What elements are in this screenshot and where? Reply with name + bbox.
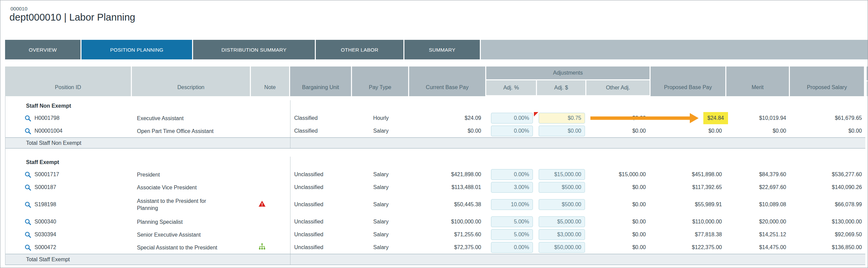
adj-pct-input[interactable] — [491, 229, 533, 240]
pay-type: Salary — [352, 171, 409, 178]
search-icon[interactable] — [24, 231, 31, 238]
adj-dollar-input[interactable] — [539, 229, 585, 240]
position-id: S000472 — [34, 244, 56, 250]
section-total-row: Total Staff Exempt — [5, 254, 865, 265]
merit: $10,089.08 — [727, 202, 790, 208]
bargaining-unit: Unclassified — [290, 184, 352, 190]
adj-dollar-input[interactable] — [539, 182, 585, 193]
adj-dollar-input[interactable] — [539, 169, 585, 180]
adj-dollar-input[interactable] — [539, 242, 585, 253]
other-adj: $0.00 — [587, 219, 651, 225]
position-description: President — [132, 171, 251, 178]
position-id: H0001798 — [34, 115, 60, 121]
table-row: S030394 Senior Executive Assistant Uncla… — [5, 228, 865, 241]
search-icon[interactable] — [24, 184, 31, 191]
proposed-salary: $536,277.60 — [790, 171, 865, 178]
search-icon[interactable] — [24, 218, 31, 225]
tab-other-labor[interactable]: OTHER LABOR — [316, 40, 403, 59]
position-id: S0001717 — [34, 171, 59, 178]
adj-pct-input[interactable] — [491, 182, 533, 193]
note-cell — [251, 125, 290, 137]
proposed-base-pay: $77,818.38 — [651, 232, 727, 238]
proposed-salary: $92,069.50 — [790, 232, 865, 238]
merit: $84,379.60 — [727, 171, 790, 178]
labor-planning-screen: 000010 dept000010 | Labor Planning OVERV… — [0, 0, 868, 268]
section-label: Staff Exempt — [5, 159, 251, 165]
department-code: 000010 — [10, 6, 27, 11]
section-label: Staff Non Exempt — [5, 103, 251, 109]
adj-pct-input[interactable] — [491, 199, 533, 210]
section-total-row: Total Staff Non Exempt — [5, 137, 865, 149]
other-adj: $0.00 — [587, 232, 651, 238]
proposed-salary: $66,078.99 — [790, 202, 865, 208]
adj-dollar-input[interactable] — [539, 216, 585, 227]
adj-pct-input[interactable] — [491, 169, 533, 180]
warning-icon[interactable] — [258, 200, 266, 209]
merit: $14,251.12 — [727, 232, 790, 238]
bargaining-unit: Unclassified — [290, 219, 352, 225]
column-group-header-adjustments: Adjustments — [486, 66, 651, 80]
tab-overview[interactable]: OVERVIEW — [5, 40, 80, 59]
note-cell — [251, 241, 290, 254]
search-icon[interactable] — [24, 244, 31, 251]
org-chart-icon[interactable] — [258, 243, 266, 252]
tab-position-planning[interactable]: POSITION PLANNING — [81, 40, 192, 59]
search-icon[interactable] — [24, 115, 31, 122]
note-cell — [251, 112, 290, 125]
column-header-other-adj: Other Adj. — [586, 80, 651, 95]
proposed-base-pay: $117,392.65 — [651, 184, 727, 190]
column-header-bargaining-unit: Bargaining Unit — [290, 66, 352, 96]
table-row: S0001717 President Unclassified Salary $… — [5, 168, 865, 181]
note-cell — [251, 168, 290, 181]
position-id: S198198 — [34, 202, 56, 208]
other-adj: $0.00 — [587, 128, 651, 134]
adj-dollar-input[interactable] — [539, 113, 585, 124]
adj-dollar-input[interactable] — [539, 199, 585, 210]
column-header-note: Note — [251, 66, 290, 96]
proposed-base-pay: $0.00 — [651, 128, 727, 134]
merit: $10,019.94 — [727, 115, 790, 121]
column-header-pay-type: Pay Type — [352, 66, 409, 96]
column-header-proposed-base-pay: Proposed Base Pay — [651, 66, 726, 96]
search-icon[interactable] — [24, 128, 31, 135]
adj-dollar-input[interactable] — [539, 126, 585, 136]
page-title: dept000010 | Labor Planning — [9, 12, 135, 23]
adj-pct-input[interactable] — [491, 126, 533, 136]
pay-type: Salary — [352, 184, 409, 190]
note-cell — [251, 215, 290, 228]
adj-pct-input[interactable] — [491, 113, 533, 124]
bargaining-unit: Classified — [290, 128, 352, 134]
adjustments-column-group: Adjustments Adj. % Adj. $ Other Adj. — [486, 66, 651, 96]
pay-type: Salary — [352, 202, 409, 208]
table-row: S000187 Associate Vice President Unclass… — [5, 181, 865, 194]
tab-distribution-summary[interactable]: DISTRIBUTION SUMMARY — [193, 40, 315, 59]
search-icon[interactable] — [24, 171, 31, 178]
merit: $0.00 — [727, 128, 790, 134]
other-adj: $0.00 — [587, 244, 651, 250]
position-description: Senior Executive Assistant — [132, 231, 251, 238]
bargaining-unit: Unclassified — [290, 244, 352, 250]
column-header-position-id: Position ID — [5, 66, 132, 96]
current-base-pay: $72,375.00 — [409, 244, 487, 250]
proposed-salary: $130,000.00 — [790, 219, 865, 225]
search-icon[interactable] — [24, 201, 31, 208]
pay-type: Salary — [352, 219, 409, 225]
tab-summary[interactable]: SUMMARY — [404, 40, 480, 59]
adj-pct-input[interactable] — [491, 242, 533, 253]
other-adj: $0.00 — [587, 202, 651, 208]
adj-pct-input[interactable] — [491, 216, 533, 227]
note-cell — [251, 157, 290, 168]
bargaining-unit: Classified — [290, 115, 352, 121]
column-header-adj-dollar: Adj. $ — [537, 80, 586, 95]
current-base-pay: $24.09 — [409, 115, 487, 121]
proposed-salary: $61,679.65 — [790, 115, 865, 121]
note-cell — [251, 228, 290, 241]
position-description: Assistant to the President for Planning — [132, 197, 221, 212]
table-body: Staff Non Exempt H0001798 Executive Assi… — [5, 96, 865, 265]
proposed-salary: $140,090.26 — [790, 184, 865, 190]
clipped-column-header-top — [867, 66, 868, 80]
merit: $20,000.00 — [727, 219, 790, 225]
position-description: Open Part Time Office Assistant — [132, 128, 251, 135]
bargaining-unit: Unclassified — [290, 232, 352, 238]
bargaining-unit: Unclassified — [290, 171, 352, 178]
